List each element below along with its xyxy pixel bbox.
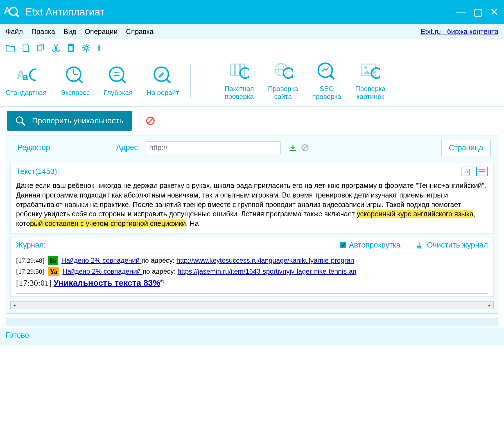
text-count-label: Текст(1453): [16,167,59,176]
svg-line-30 [122,79,125,83]
log-section: Журнал: Автопрокрутка Очистить журнал [1… [10,237,494,297]
svg-line-44 [330,75,334,79]
status-bar: Готово [0,328,504,345]
paste-icon[interactable] [67,43,75,52]
open-folder-icon[interactable] [6,44,15,52]
svg-point-21 [30,69,36,80]
seo-check-button[interactable]: SEOпроверка [312,62,341,101]
svg-line-26 [79,79,82,83]
app-title: Etxt Антиплагиат [25,6,456,18]
check-uniqueness-button[interactable]: Проверить уникальность [7,111,132,131]
log-match-link[interactable]: Найдено 2% совпадений [61,257,141,264]
close-icon[interactable]: ✕ [490,6,498,18]
address-input[interactable] [146,141,281,154]
etxt-link[interactable]: Etxt.ru - биржа контента [421,28,498,36]
maximize-icon[interactable]: ▢ [473,6,483,18]
log-label: Журнал: [16,241,46,249]
svg-line-48 [380,76,380,79]
block-icon[interactable] [301,144,309,152]
svg-line-32 [166,79,170,83]
big-toolbar: Aa Стандартная Экспресс Глубокая На рера… [0,56,504,107]
new-file-icon[interactable] [22,44,30,52]
small-toolbar: i [0,39,504,56]
tab-page[interactable]: Страница [441,140,491,156]
info-icon[interactable]: i [98,42,100,53]
log-row: [17:29:50] Ya Найдено 2% совпадений по а… [16,267,488,276]
text-section: Текст(1453): A| Даже если ваш ребенок ни… [10,163,494,234]
title-bar: A Etxt Антиплагиат — ▢ ✕ [0,0,504,24]
yandex-badge: Ya [48,267,59,276]
menu-operations[interactable]: Операции [85,28,117,36]
svg-line-15 [83,45,85,46]
action-row: Проверить уникальность [0,107,504,135]
editor-panel: Редактор Адрес: Страница Текст(1453): A|… [6,135,498,314]
cut-icon[interactable] [52,43,60,52]
menu-file[interactable]: Файл [6,28,23,36]
svg-point-10 [85,46,88,49]
menu-bar: Файл Правка Вид Операции Справка Etxt.ru… [0,24,504,39]
svg-rect-8 [69,44,72,45]
log-url-link[interactable]: http://www.keytosuccess.ru/language/kani… [177,257,354,264]
site-check-button[interactable]: Проверкасайта [268,62,298,101]
minimize-icon[interactable]: — [456,6,466,18]
download-icon[interactable] [289,144,297,152]
progress-bar [6,318,498,326]
menu-view[interactable]: Вид [64,28,76,36]
scroll-right-icon[interactable]: ► [486,303,493,307]
rewrite-check-button[interactable]: На рерайт [147,66,179,97]
tab-editor[interactable]: Редактор [13,141,54,154]
batch-check-button[interactable]: Пакетнаяпроверка [225,62,254,101]
standard-check-button[interactable]: Aa Стандартная [6,66,46,97]
horizontal-scrollbar[interactable]: ◄ ► [10,301,494,309]
menu-help[interactable]: Справка [126,28,153,36]
svg-line-2 [16,14,19,17]
svg-line-17 [83,49,85,51]
svg-text:a: a [22,71,28,83]
app-logo-icon: A [3,4,20,21]
svg-line-52 [148,118,153,123]
svg-line-42 [292,76,293,79]
svg-line-37 [248,76,249,79]
address-label: Адрес: [116,143,140,152]
svg-rect-34 [236,64,239,75]
svg-rect-9 [69,46,73,51]
deep-check-button[interactable]: Глубокая [104,66,132,97]
log-result-row: [17:30:01] Уникальность текста 83%© [16,278,488,288]
svg-line-50 [22,122,24,125]
copy-icon[interactable] [37,44,45,52]
brush-icon [415,241,424,250]
svg-point-46 [364,66,367,69]
log-url-link[interactable]: https://jasemin.ru/item/1643-sportivnyiy… [178,267,356,275]
svg-line-55 [303,146,307,150]
log-match-link[interactable]: Найдено 2% совпадений [62,267,143,275]
image-check-button[interactable]: Проверкакартинок [355,62,386,101]
toolbar-separator [190,64,191,98]
log-row: [17:29:48] Bi Найдено 2% совпадений по а… [16,256,488,265]
menu-edit[interactable]: Правка [31,28,55,36]
svg-rect-33 [230,64,234,75]
svg-line-16 [88,49,89,51]
log-body: [17:29:48] Bi Найдено 2% совпадений по а… [11,253,493,296]
express-check-button[interactable]: Экспресс [60,66,90,97]
text-cursor-view-icon[interactable]: A| [462,167,473,176]
text-body[interactable]: Даже если ваш ребенок никогда не держал … [11,180,493,233]
gear-icon[interactable] [82,43,91,52]
scroll-left-icon[interactable]: ◄ [11,303,18,307]
list-view-icon[interactable] [476,167,488,176]
svg-line-18 [88,45,89,46]
autoscroll-checkbox[interactable]: Автопрокрутка [340,241,400,249]
cancel-icon[interactable] [146,116,155,125]
clear-log-button[interactable]: Очистить журнал [415,241,488,250]
bing-badge: Bi [48,256,58,265]
uniqueness-result: Уникальность текста 83% [53,278,160,287]
